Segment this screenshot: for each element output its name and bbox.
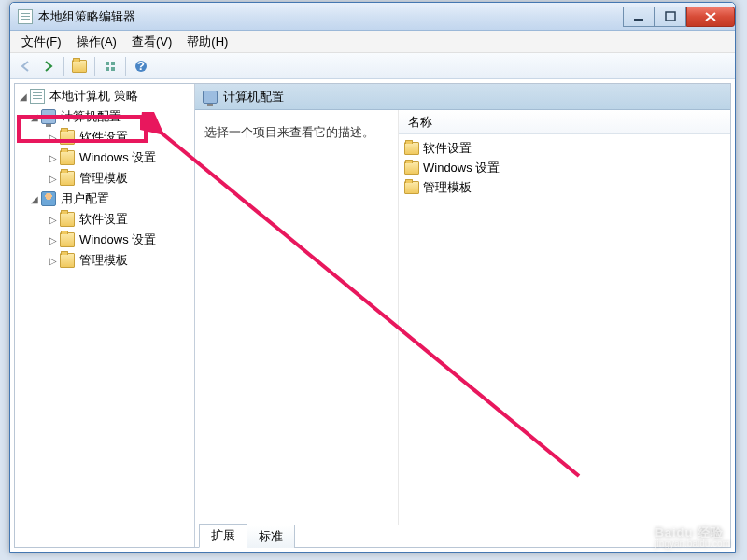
user-icon	[41, 191, 56, 206]
help-button[interactable]: ?	[131, 56, 151, 77]
list-pane: 名称 软件设置 Windows 设置 管理模板	[399, 110, 730, 547]
app-icon	[18, 9, 33, 24]
window-controls	[623, 7, 735, 27]
menu-file[interactable]: 文件(F)	[14, 32, 69, 52]
tab-standard[interactable]: 标准	[247, 525, 295, 548]
folder-icon	[72, 60, 87, 73]
tree-admin-templates[interactable]: ▷管理模板	[15, 250, 194, 271]
description-pane: 选择一个项目来查看它的描述。	[195, 110, 399, 547]
tree-root[interactable]: ◢本地计算机 策略	[15, 86, 194, 106]
folder-icon	[404, 142, 419, 155]
policy-icon	[30, 89, 45, 104]
filter-button[interactable]	[100, 56, 120, 77]
expander-icon[interactable]: ◢	[17, 91, 30, 102]
toolbar-separator	[94, 57, 95, 76]
list-item[interactable]: Windows 设置	[404, 158, 725, 177]
folder-icon	[404, 161, 419, 175]
folder-icon	[60, 150, 75, 165]
view-tabs: 扩展 标准	[195, 525, 730, 547]
list-area[interactable]: 软件设置 Windows 设置 管理模板	[399, 134, 730, 547]
back-button[interactable]	[16, 56, 36, 77]
folder-icon	[60, 171, 75, 186]
title-bar[interactable]: 本地组策略编辑器	[10, 3, 735, 31]
minimize-button[interactable]	[623, 7, 655, 27]
tab-extended[interactable]: 扩展	[199, 524, 247, 548]
list-item[interactable]: 软件设置	[404, 138, 725, 158]
toolbar: ?	[10, 53, 735, 79]
tree-view[interactable]: ◢本地计算机 策略 ◢计算机配置 ▷软件设置 ▷Windows 设置 ▷管理模板…	[15, 84, 195, 547]
tree-software-settings[interactable]: ▷软件设置	[15, 209, 194, 230]
folder-icon	[60, 253, 75, 268]
forward-button[interactable]	[38, 56, 59, 77]
folder-icon	[404, 181, 419, 194]
list-item[interactable]: 管理模板	[404, 177, 725, 197]
computer-icon	[41, 109, 56, 124]
expander-icon[interactable]: ▷	[47, 153, 60, 163]
close-button[interactable]	[686, 7, 735, 27]
column-header-name[interactable]: 名称	[399, 110, 730, 134]
svg-rect-4	[106, 67, 109, 71]
expander-icon[interactable]: ◢	[28, 112, 41, 122]
folder-icon	[60, 130, 75, 145]
tree-software-settings[interactable]: ▷软件设置	[15, 127, 194, 147]
tree-admin-templates[interactable]: ▷管理模板	[15, 168, 194, 189]
svg-rect-3	[111, 62, 115, 65]
tree-windows-settings[interactable]: ▷Windows 设置	[15, 230, 194, 250]
expander-icon[interactable]: ▷	[47, 133, 60, 143]
detail-header: 计算机配置	[195, 84, 730, 110]
svg-rect-2	[106, 62, 109, 65]
description-hint: 选择一个项目来查看它的描述。	[204, 125, 374, 139]
detail-body: 选择一个项目来查看它的描述。 名称 软件设置 Windows 设置 管理模板	[195, 110, 730, 547]
window-title: 本地组策略编辑器	[38, 8, 623, 25]
expander-icon[interactable]: ▷	[47, 215, 60, 225]
expander-icon[interactable]: ▷	[47, 235, 60, 245]
svg-rect-1	[666, 12, 675, 21]
svg-rect-5	[111, 67, 115, 71]
menu-help[interactable]: 帮助(H)	[179, 32, 235, 52]
menu-view[interactable]: 查看(V)	[124, 32, 179, 52]
app-window: 本地组策略编辑器 文件(F) 操作(A) 查看(V) 帮助(H) ? ◢本地计算…	[9, 2, 736, 553]
folder-icon	[60, 212, 75, 227]
tree-windows-settings[interactable]: ▷Windows 设置	[15, 147, 194, 168]
detail-pane: 计算机配置 选择一个项目来查看它的描述。 名称 软件设置 Windows 设置 …	[195, 84, 730, 547]
tree-user-config[interactable]: ◢用户配置	[15, 189, 194, 209]
svg-text:?: ?	[137, 60, 145, 73]
toolbar-separator	[125, 57, 126, 76]
detail-title: 计算机配置	[223, 89, 284, 105]
up-button[interactable]	[69, 56, 90, 77]
computer-icon	[203, 91, 218, 104]
svg-rect-0	[634, 19, 643, 21]
expander-icon[interactable]: ▷	[47, 256, 60, 266]
maximize-button[interactable]	[655, 7, 686, 27]
tree-computer-config[interactable]: ◢计算机配置	[15, 106, 194, 127]
toolbar-separator	[63, 57, 64, 76]
expander-icon[interactable]: ◢	[28, 194, 41, 204]
expander-icon[interactable]: ▷	[47, 174, 60, 184]
folder-icon	[60, 232, 75, 247]
client-area: ◢本地计算机 策略 ◢计算机配置 ▷软件设置 ▷Windows 设置 ▷管理模板…	[14, 83, 731, 548]
menu-action[interactable]: 操作(A)	[69, 32, 124, 52]
menu-bar: 文件(F) 操作(A) 查看(V) 帮助(H)	[10, 31, 735, 53]
